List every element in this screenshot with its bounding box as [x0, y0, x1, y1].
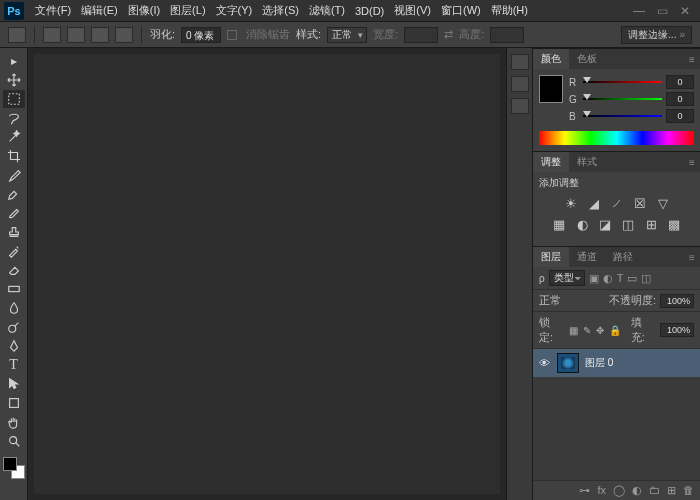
marquee-tool-icon[interactable] — [3, 90, 25, 108]
adj-bw-icon[interactable]: ◐ — [575, 217, 589, 232]
adj-brightness-icon[interactable]: ☀ — [564, 196, 578, 211]
close-icon[interactable]: ✕ — [680, 4, 690, 18]
refine-edge-button[interactable]: 调整边缘... — [621, 26, 692, 44]
adj-invert-icon[interactable]: ▩ — [667, 217, 681, 232]
fx-icon[interactable]: fx — [597, 484, 606, 497]
tab-paths[interactable]: 路径 — [605, 247, 641, 267]
hand-tool-icon[interactable] — [3, 413, 25, 431]
menu-layer[interactable]: 图层(L) — [165, 3, 210, 18]
minimize-icon[interactable]: — — [633, 4, 645, 18]
tab-layers[interactable]: 图层 — [533, 247, 569, 267]
menu-view[interactable]: 视图(V) — [389, 3, 436, 18]
fg-bg-swatch[interactable] — [539, 75, 563, 103]
visibility-icon[interactable]: 👁 — [537, 357, 551, 369]
brush-tool-icon[interactable] — [3, 204, 25, 222]
fill-input[interactable]: 100% — [660, 323, 694, 337]
slider-b[interactable]: B0 — [569, 109, 694, 123]
current-tool-icon[interactable] — [8, 27, 26, 43]
filter-type-icon[interactable]: T — [617, 272, 624, 284]
menu-window[interactable]: 窗口(W) — [436, 3, 486, 18]
filter-type-select[interactable]: 类型 — [549, 270, 585, 286]
dodge-tool-icon[interactable] — [3, 318, 25, 336]
dock-icon-1[interactable] — [511, 54, 529, 70]
link-icon[interactable]: ⊶ — [579, 484, 590, 497]
menu-help[interactable]: 帮助(H) — [486, 3, 533, 18]
adj-hue-icon[interactable]: ▦ — [552, 217, 566, 232]
filter-smart-icon[interactable]: ◫ — [641, 272, 651, 285]
slider-g[interactable]: G0 — [569, 92, 694, 106]
move-tool-icon[interactable] — [3, 71, 25, 89]
adj-layer-icon[interactable]: ◐ — [632, 484, 642, 497]
dock-icon-3[interactable] — [511, 98, 529, 114]
menu-image[interactable]: 图像(I) — [123, 3, 165, 18]
menu-filter[interactable]: 滤镜(T) — [304, 3, 350, 18]
adj-vibrance-icon[interactable]: ▽ — [656, 196, 670, 211]
filter-icon[interactable]: ρ — [539, 273, 545, 284]
lock-paint-icon[interactable]: ✎ — [583, 325, 591, 336]
new-layer-icon[interactable]: ⊞ — [667, 484, 676, 497]
type-tool-icon[interactable]: T — [3, 356, 25, 374]
opacity-input[interactable]: 100% — [660, 294, 694, 308]
menu-3d[interactable]: 3D(D) — [350, 5, 389, 17]
lasso-tool-icon[interactable] — [3, 109, 25, 127]
blur-tool-icon[interactable] — [3, 299, 25, 317]
layer-thumb[interactable] — [557, 353, 579, 373]
lock-all-icon[interactable]: 🔒 — [609, 325, 621, 336]
slider-r[interactable]: R0 — [569, 75, 694, 89]
adj-exposure-icon[interactable]: ☒ — [633, 196, 647, 211]
panel-menu-icon[interactable]: ≡ — [684, 49, 700, 69]
adj-photo-filter-icon[interactable]: ◪ — [598, 217, 612, 232]
sel-mode-new-icon[interactable] — [43, 27, 61, 43]
adj-levels-icon[interactable]: ◢ — [587, 196, 601, 211]
tab-color[interactable]: 颜色 — [533, 49, 569, 69]
lock-pos-icon[interactable]: ✥ — [596, 325, 604, 336]
filter-adj-icon[interactable]: ◐ — [603, 272, 613, 285]
stamp-tool-icon[interactable] — [3, 223, 25, 241]
gradient-tool-icon[interactable] — [3, 280, 25, 298]
history-brush-tool-icon[interactable] — [3, 242, 25, 260]
menu-file[interactable]: 文件(F) — [30, 3, 76, 18]
layer-list[interactable]: 👁 图层 0 — [533, 349, 700, 480]
menu-select[interactable]: 选择(S) — [257, 3, 304, 18]
filter-shape-icon[interactable]: ▭ — [627, 272, 637, 285]
layer-row[interactable]: 👁 图层 0 — [533, 349, 700, 377]
layer-name[interactable]: 图层 0 — [585, 356, 613, 370]
blend-mode-select[interactable]: 正常 — [539, 293, 585, 308]
path-select-tool-icon[interactable] — [3, 375, 25, 393]
tab-adjustments[interactable]: 调整 — [533, 152, 569, 172]
sel-mode-int-icon[interactable] — [115, 27, 133, 43]
panel-menu-icon[interactable]: ≡ — [684, 247, 700, 267]
menu-type[interactable]: 文字(Y) — [211, 3, 258, 18]
expand-icon[interactable]: ▸ — [3, 52, 25, 70]
eyedropper-tool-icon[interactable] — [3, 166, 25, 184]
maximize-icon[interactable]: ▭ — [657, 4, 668, 18]
adj-lut-icon[interactable]: ⊞ — [644, 217, 658, 232]
heal-tool-icon[interactable] — [3, 185, 25, 203]
menu-edit[interactable]: 编辑(E) — [76, 3, 123, 18]
sel-mode-add-icon[interactable] — [67, 27, 85, 43]
lock-trans-icon[interactable]: ▦ — [569, 325, 578, 336]
filter-img-icon[interactable]: ▣ — [589, 272, 599, 285]
sel-mode-sub-icon[interactable] — [91, 27, 109, 43]
spectrum-bar[interactable] — [539, 131, 694, 145]
trash-icon[interactable]: 🗑 — [683, 484, 694, 497]
panel-menu-icon[interactable]: ≡ — [684, 152, 700, 172]
color-swatch[interactable] — [3, 457, 25, 479]
tab-styles[interactable]: 样式 — [569, 152, 605, 172]
dock-icon-2[interactable] — [511, 76, 529, 92]
document-canvas[interactable] — [34, 54, 500, 494]
group-icon[interactable]: 🗀 — [649, 484, 660, 497]
adj-mixer-icon[interactable]: ◫ — [621, 217, 635, 232]
zoom-tool-icon[interactable] — [3, 432, 25, 450]
adj-curves-icon[interactable]: ⟋ — [610, 196, 624, 211]
style-select[interactable]: 正常 — [327, 27, 367, 43]
eraser-tool-icon[interactable] — [3, 261, 25, 279]
antialias-check[interactable] — [227, 30, 237, 40]
pen-tool-icon[interactable] — [3, 337, 25, 355]
feather-input[interactable]: 0 像素 — [181, 27, 221, 43]
mask-icon[interactable]: ◯ — [613, 484, 625, 497]
crop-tool-icon[interactable] — [3, 147, 25, 165]
wand-tool-icon[interactable] — [3, 128, 25, 146]
tab-swatches[interactable]: 色板 — [569, 49, 605, 69]
tab-channels[interactable]: 通道 — [569, 247, 605, 267]
